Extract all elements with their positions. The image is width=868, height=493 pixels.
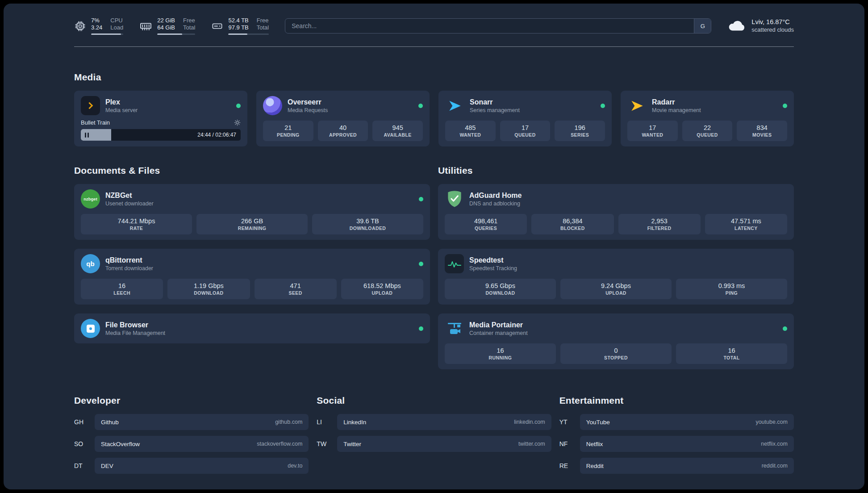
nzbget-card[interactable]: nzbget NZBGet Usenet downloader 744.21 M…	[74, 184, 430, 240]
bookmark-url: netflix.com	[761, 441, 788, 447]
stat-value: 9.24 Gbps	[601, 282, 631, 290]
radarr-stats: 17 WANTED 22 QUEUED 834 MOVIES	[627, 121, 787, 141]
bookmark-link-twitter[interactable]: Twitter twitter.com	[337, 436, 551, 452]
app-name: qBittorrent	[105, 256, 413, 264]
now-playing-title: Bullet Train	[81, 119, 110, 126]
bookmark-abbr: NF	[559, 440, 580, 447]
stat-value: 0.993 ms	[718, 282, 745, 290]
stat-value: 618.52 Mbps	[363, 282, 401, 290]
plex-card[interactable]: Plex Media server Bullet Train	[74, 91, 247, 146]
bookmark-row: DT DEV dev.to	[74, 458, 309, 474]
stat-tile: 16 LEECH	[81, 279, 163, 299]
stat-label: PENDING	[277, 132, 300, 138]
app-name: Speedtest	[469, 256, 787, 264]
stat-tile: 2,953 FILTERED	[618, 214, 701, 234]
app-name: Media Portainer	[469, 321, 777, 329]
stat-value: 47.571 ms	[731, 217, 761, 225]
cpu-stat-body: 7%3.24 CPULoad	[91, 17, 123, 35]
stat-label: QUEUED	[697, 132, 718, 138]
stat-label: APPROVED	[329, 132, 357, 138]
stat-label: SERIES	[571, 132, 589, 138]
status-dot	[783, 326, 787, 331]
adguard-card-header: AdGuard Home DNS and adblocking	[445, 189, 787, 209]
stat-tile: 17 QUEUED	[500, 121, 551, 141]
documents-section: Documents & Files nzbget NZBGet Usenet d…	[74, 165, 430, 369]
stat-label: TOTAL	[723, 355, 739, 361]
bookmark-abbr: SO	[74, 440, 95, 447]
nzbget-card-header: nzbget NZBGet Usenet downloader	[81, 189, 423, 209]
memory-values: 22 GiB64 GiB	[157, 17, 175, 31]
bookmark-link-reddit[interactable]: Reddit reddit.com	[580, 458, 794, 474]
disk-progress-bar	[228, 33, 269, 35]
social-bookmarks: Social LI LinkedIn linkedin.com TW Twitt…	[317, 395, 551, 452]
qbittorrent-card[interactable]: qb qBittorrent Torrent downloader 16 LEE…	[74, 249, 430, 305]
system-stats: 7%3.24 CPULoad	[74, 17, 269, 35]
stat-label: AVAILABLE	[384, 132, 412, 138]
stat-value: 0	[614, 347, 618, 355]
app-name: NZBGet	[105, 192, 413, 200]
speedtest-icon	[445, 254, 464, 273]
radarr-card[interactable]: Radarr Movie management 17 WANTED 22 QUE…	[621, 91, 794, 146]
search-input[interactable]	[285, 19, 694, 33]
stat-label: BLOCKED	[560, 226, 585, 231]
bookmark-abbr: LI	[317, 418, 337, 426]
stat-label: DOWNLOAD	[194, 290, 223, 296]
bookmark-link-youtube[interactable]: YouTube youtube.com	[580, 414, 794, 430]
gear-icon[interactable]	[234, 119, 241, 126]
bookmark-abbr: RE	[559, 462, 580, 469]
stat-label: QUEUED	[514, 132, 535, 138]
bookmark-row: LI LinkedIn linkedin.com	[317, 414, 551, 430]
stat-tile: 618.52 Mbps UPLOAD	[341, 279, 423, 299]
bookmark-link-dev[interactable]: DEV dev.to	[95, 458, 309, 474]
portainer-card-header: Media Portainer Container management	[445, 319, 787, 338]
stat-value: 1.19 Gbps	[194, 282, 224, 290]
bookmark-name: DEV	[101, 463, 113, 469]
bookmark-link-github[interactable]: Github github.com	[95, 414, 309, 430]
stat-label: MOVIES	[752, 132, 772, 138]
status-dot	[419, 197, 423, 201]
dashboard-frame: 7%3.24 CPULoad	[4, 4, 864, 489]
stat-value: 2,953	[651, 217, 667, 225]
overseerr-card[interactable]: Overseerr Media Requests 21 PENDING 40 A…	[256, 91, 430, 146]
filebrowser-card[interactable]: File Browser Media File Management	[74, 313, 430, 343]
adguard-icon	[445, 189, 464, 209]
stat-tile: 834 MOVIES	[737, 121, 787, 141]
bookmark-name: Github	[101, 419, 119, 426]
disk-icon	[211, 20, 223, 32]
bookmark-row: TW Twitter twitter.com	[317, 436, 551, 452]
weather-condition: scattered clouds	[751, 26, 794, 34]
pause-icon[interactable]	[85, 133, 89, 138]
entertainment-bookmarks: Entertainment YT YouTube youtube.com NF …	[559, 395, 794, 474]
disk-stat: 52.4 TB97.9 TB FreeTotal	[211, 17, 269, 35]
bookmark-link-netflix[interactable]: Netflix netflix.com	[580, 436, 794, 452]
stat-tile: 1.19 Gbps DOWNLOAD	[167, 279, 250, 299]
app-name: Plex	[105, 98, 231, 106]
app-description: DNS and adblocking	[469, 201, 787, 207]
plex-card-header: Plex Media server	[81, 96, 241, 115]
stat-label: REMAINING	[238, 226, 267, 231]
adguard-card[interactable]: AdGuard Home DNS and adblocking 498,461 …	[438, 184, 794, 240]
stat-tile: 9.65 Gbps DOWNLOAD	[445, 279, 556, 299]
utilities-cards: AdGuard Home DNS and adblocking 498,461 …	[438, 184, 794, 369]
bookmark-link-linkedin[interactable]: LinkedIn linkedin.com	[337, 414, 551, 430]
speedtest-card[interactable]: Speedtest Speedtest Tracking 9.65 Gbps D…	[438, 249, 794, 305]
stat-value: 834	[757, 124, 768, 132]
stat-tile: 47.571 ms LATENCY	[705, 214, 787, 234]
status-dot	[419, 262, 423, 266]
stat-label: STOPPED	[604, 355, 628, 361]
developer-section-title: Developer	[74, 395, 309, 406]
qbittorrent-icon: qb	[81, 254, 100, 273]
sonarr-card-header: Sonarr Series management	[445, 96, 605, 115]
social-section-title: Social	[317, 395, 551, 406]
utilities-section: Utilities AdGuard Home DNS and a	[438, 165, 794, 369]
weather-widget: Lviv, 16.87°C scattered clouds	[727, 18, 794, 34]
bookmark-link-stackoverflow[interactable]: StackOverflow stackoverflow.com	[95, 436, 309, 452]
playback-progress-bar[interactable]: 24:44 / 02:06:47	[81, 129, 241, 141]
sonarr-card[interactable]: Sonarr Series management 485 WANTED 17 Q…	[438, 91, 612, 146]
memory-labels: FreeTotal	[183, 17, 195, 31]
radarr-card-header: Radarr Movie management	[627, 96, 787, 115]
search-engine-button[interactable]: G	[694, 19, 711, 33]
portainer-card[interactable]: Media Portainer Container management 16 …	[438, 313, 794, 369]
status-dot	[418, 104, 423, 108]
filebrowser-card-header: File Browser Media File Management	[81, 319, 423, 338]
